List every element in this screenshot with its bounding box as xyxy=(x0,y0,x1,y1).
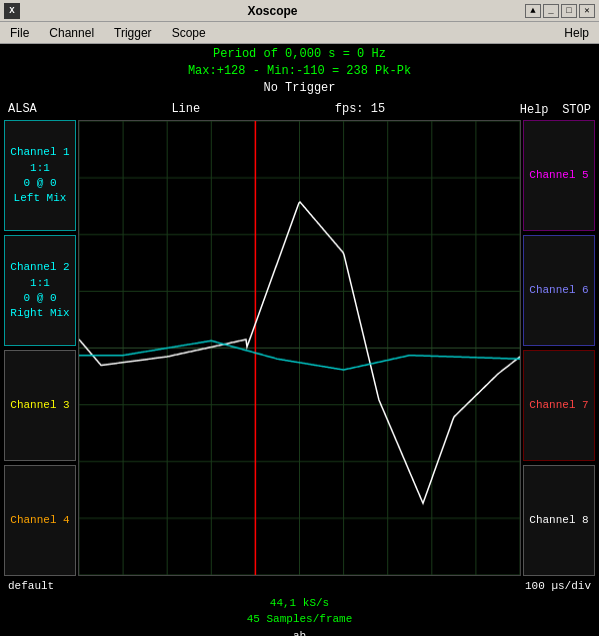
window-title: Xoscope xyxy=(20,4,525,18)
channel-2-button[interactable]: Channel 2 1:1 0 @ 0 Right Mix xyxy=(4,235,76,346)
source-label: ALSA xyxy=(8,102,37,116)
status-line2: Max:+128 - Min:-110 = 238 Pk-Pk xyxy=(0,63,599,80)
ch1-label: Channel 1 xyxy=(10,145,69,160)
menu-scope[interactable]: Scope xyxy=(166,24,212,42)
btn-minimize[interactable]: _ xyxy=(543,4,559,18)
ch2-sub1: 1:1 xyxy=(30,276,50,291)
menu-channel[interactable]: Channel xyxy=(43,24,100,42)
channel-8-button[interactable]: Channel 8 xyxy=(523,465,595,576)
status-bottom: default 100 µs/div 44,1 kS/s 45 Samples/… xyxy=(0,576,599,636)
menubar: File Channel Trigger Scope Help xyxy=(0,22,599,44)
scope-screen[interactable] xyxy=(78,120,521,576)
channel-4-button[interactable]: Channel 4 xyxy=(4,465,76,576)
ch1-sub2: 0 @ 0 xyxy=(23,176,56,191)
fps-label: fps: 15 xyxy=(335,102,385,116)
ch2-sub3: Right Mix xyxy=(10,306,69,321)
ch7-label: Channel 7 xyxy=(529,398,588,413)
mode-label: Line xyxy=(171,102,200,116)
btn-close[interactable]: ✕ xyxy=(579,4,595,18)
titlebar: X Xoscope ▲ _ □ ✕ xyxy=(0,0,599,22)
window-controls: ▲ _ □ ✕ xyxy=(525,4,595,18)
channel-3-button[interactable]: Channel 3 xyxy=(4,350,76,461)
status-top: Period of 0,000 s = 0 Hz Max:+128 - Min:… xyxy=(0,44,599,98)
main-content: Channel 1 1:1 0 @ 0 Left Mix Channel 2 1… xyxy=(0,120,599,576)
ch1-sub3: Left Mix xyxy=(14,191,67,206)
bottom-center: 100 µs/div xyxy=(525,578,591,595)
app-area: Period of 0,000 s = 0 Hz Max:+128 - Min:… xyxy=(0,44,599,636)
menu-file[interactable]: File xyxy=(4,24,35,42)
oscilloscope-canvas xyxy=(79,121,520,575)
ch6-label: Channel 6 xyxy=(529,283,588,298)
menu-help[interactable]: Help xyxy=(558,24,595,42)
channel-5-button[interactable]: Channel 5 xyxy=(523,120,595,231)
ch1-sub1: 1:1 xyxy=(30,161,50,176)
samples-frame: 45 Samples/frame xyxy=(0,611,599,628)
stop-label[interactable]: STOP xyxy=(562,103,591,117)
help-label[interactable]: Help xyxy=(520,103,549,117)
ch8-label: Channel 8 xyxy=(529,513,588,528)
app-icon: X xyxy=(4,3,20,19)
left-channels: Channel 1 1:1 0 @ 0 Left Mix Channel 2 1… xyxy=(4,120,76,576)
status-line1: Period of 0,000 s = 0 Hz xyxy=(0,46,599,63)
ch3-label: Channel 3 xyxy=(10,398,69,413)
btn-up[interactable]: ▲ xyxy=(525,4,541,18)
bottom-left: default xyxy=(8,578,54,595)
status-line3: No Trigger xyxy=(0,80,599,97)
channel-1-button[interactable]: Channel 1 1:1 0 @ 0 Left Mix xyxy=(4,120,76,231)
ch2-label: Channel 2 xyxy=(10,260,69,275)
channel-7-button[interactable]: Channel 7 xyxy=(523,350,595,461)
ch5-label: Channel 5 xyxy=(529,168,588,183)
channel-6-button[interactable]: Channel 6 xyxy=(523,235,595,346)
ch4-label: Channel 4 xyxy=(10,513,69,528)
help-stop-group: Help STOP xyxy=(520,100,591,118)
ch2-sub2: 0 @ 0 xyxy=(23,291,56,306)
header-row: ALSA Line fps: 15 Help STOP xyxy=(0,98,599,120)
bottom-ab: ab xyxy=(0,628,599,636)
btn-maximize[interactable]: □ xyxy=(561,4,577,18)
menu-trigger[interactable]: Trigger xyxy=(108,24,158,42)
right-channels: Channel 5 Channel 6 Channel 7 Channel 8 xyxy=(523,120,595,576)
sample-rate: 44,1 kS/s xyxy=(0,595,599,612)
